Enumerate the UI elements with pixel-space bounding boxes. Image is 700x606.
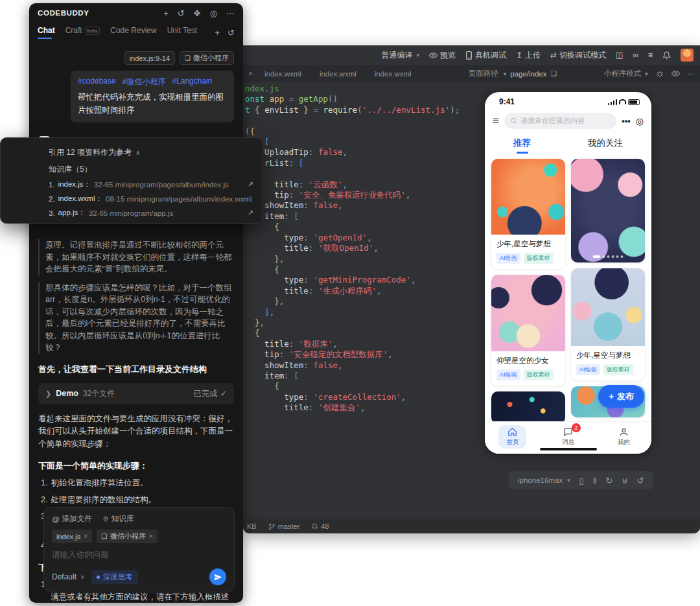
refresh-icon[interactable]: ↻ xyxy=(605,476,612,485)
artwork-card[interactable]: 仰望星空的少女AI绘画版权素材 xyxy=(491,275,565,386)
close-icon[interactable]: × xyxy=(248,69,253,78)
chip-label: index.js xyxy=(56,533,80,541)
add-file-button[interactable]: @ 添加文件 xyxy=(52,514,92,524)
artwork-card[interactable] xyxy=(571,159,645,262)
chevron-down-icon[interactable]: ▾ xyxy=(504,71,507,77)
tab-code-review[interactable]: Code Review xyxy=(110,26,156,39)
paragraph: 看起来这里面的文件与要生成的应用没有冲突：很好，我们可以从头开始创建一个合适的项… xyxy=(38,413,234,451)
code-line: }, xyxy=(245,296,460,307)
artwork-image xyxy=(491,275,565,351)
plus-icon[interactable]: + xyxy=(215,28,220,38)
search-input[interactable]: 请搜索你想要的内容 xyxy=(504,113,616,129)
search-icon xyxy=(510,117,517,124)
link-icon[interactable]: ∞ xyxy=(633,51,638,60)
tabbar-item-person[interactable]: 我的 xyxy=(610,425,638,449)
settings-icon[interactable]: ◎ xyxy=(210,8,217,18)
remove-chip-icon[interactable]: × xyxy=(84,533,88,540)
deep-think-toggle[interactable]: 深度思考 xyxy=(91,570,138,584)
artwork-card[interactable]: 少年,星空与梦想AI绘画版权素材 xyxy=(571,268,645,380)
real-device-debug-button[interactable]: 真机调试 xyxy=(465,50,506,61)
panel-layout-icon[interactable]: ◫ xyxy=(616,51,623,60)
artwork-card[interactable]: 少年,星空与梦想AI绘画版权素材 xyxy=(491,159,565,269)
new-chat-icon[interactable]: + xyxy=(163,8,169,18)
hamburger-icon[interactable]: ≡ xyxy=(493,115,499,128)
preview-button[interactable]: 预览 xyxy=(429,50,456,61)
message-tag[interactable]: #codebase xyxy=(78,76,116,87)
mode-dropdown[interactable]: 小程序模式 ▾ xyxy=(603,69,648,78)
at-icon: @ xyxy=(52,515,60,523)
card-title: 少年,星空与梦想 xyxy=(576,351,640,360)
move-icon[interactable]: ✥ xyxy=(194,8,201,18)
remove-chip-icon[interactable]: × xyxy=(149,533,153,540)
tabbar-item-message[interactable]: 消息2 xyxy=(554,425,582,449)
artwork-card[interactable] xyxy=(491,391,565,424)
demo-folder-row[interactable]: ❯ Demo 32个文件 已完成 ✓ xyxy=(38,383,234,404)
history-icon[interactable]: ↺ xyxy=(228,28,235,38)
message-text: 帮忙把代码补充完成，实现相册里面的图片按照时间排序 xyxy=(78,91,227,117)
feed-tab-inactive[interactable]: 我的关注 xyxy=(588,137,623,154)
citation-item[interactable]: 1.index.js：32-65 miniprogram/pages/album… xyxy=(49,180,253,189)
bell-icon[interactable] xyxy=(662,51,671,60)
tab-unit-test[interactable]: Unit Test xyxy=(167,26,197,39)
citation-file: index.wxml： xyxy=(58,194,102,204)
editor-tab[interactable]: index.wxml xyxy=(366,70,421,78)
user-avatar[interactable] xyxy=(681,49,694,62)
attached-file-chip[interactable]: index.js× xyxy=(52,530,92,543)
upload-icon: ↥ xyxy=(516,51,522,60)
editor-tab[interactable]: index.wxml xyxy=(310,70,366,78)
card-tag: 版权素材 xyxy=(524,369,554,380)
restart-icon[interactable]: ↺ xyxy=(637,476,644,485)
publish-button[interactable]: + 发布 xyxy=(598,385,644,408)
editor-tab[interactable]: index.wxml xyxy=(255,70,310,78)
message-tag[interactable]: #Langchain xyxy=(172,76,212,87)
feed-tab-active[interactable]: 推荐 xyxy=(513,137,531,154)
more-icon[interactable]: ⋯ xyxy=(226,8,235,18)
rotate-device-icon[interactable]: ▯ xyxy=(579,476,584,485)
devtools-toolbar: 普通编译 ▾ 预览 真机调试 ↥ 上传 ⇄ 切换调试模式 ◫ ∞ ≡ xyxy=(243,45,700,65)
context-chip[interactable]: ❏微信小程序 xyxy=(180,51,234,65)
tab-craft[interactable]: Craftbeta xyxy=(65,26,100,39)
pause-icon[interactable]: ‖ xyxy=(593,476,596,485)
more-icon[interactable]: ••• xyxy=(622,116,631,126)
notification-count[interactable]: 48 xyxy=(311,522,329,530)
upload-button[interactable]: ↥ 上传 xyxy=(516,50,541,61)
tab-chat[interactable]: Chat xyxy=(38,26,55,39)
citation-item[interactable]: 2.index.wxml：08-15 miniprogram/pages/alb… xyxy=(49,194,253,204)
code-line: { xyxy=(245,328,460,338)
attached-file-chip[interactable]: ❏微信小程序× xyxy=(97,530,158,543)
citation-item[interactable]: 3.app.js：32-65 miniprogram/app.js↗ xyxy=(49,208,253,218)
file-size: KB xyxy=(247,522,257,530)
model-selector[interactable]: Default ∨ xyxy=(52,572,85,581)
send-button[interactable] xyxy=(209,568,226,585)
citations-header[interactable]: 引用 12 项资料作为参考 ∧ xyxy=(49,147,253,158)
compile-mode-dropdown[interactable]: 普通编译 ▾ xyxy=(381,50,419,61)
knowledge-base-button[interactable]: 知识库 xyxy=(102,514,134,524)
code-line: type: 'getMiniProgramCode', xyxy=(245,275,460,285)
git-branch[interactable]: master xyxy=(268,522,300,530)
bug-icon[interactable] xyxy=(656,70,664,78)
context-chips: index.js:9-14❏微信小程序 xyxy=(38,51,234,65)
carousel-dots xyxy=(593,255,624,258)
switch-debug-mode-button[interactable]: ⇄ 切换调试模式 xyxy=(550,50,606,61)
tabbar-label: 消息 xyxy=(562,438,574,447)
history-icon[interactable]: ↺ xyxy=(178,8,185,18)
copy-icon[interactable]: ❏ xyxy=(551,69,557,78)
card-tag: AI绘画 xyxy=(496,369,520,380)
external-link-icon[interactable]: ↗ xyxy=(248,209,253,217)
code-line: ndex.js xyxy=(245,84,460,94)
tabbar-item-home[interactable]: 首页 xyxy=(498,425,526,449)
message-tag[interactable]: #微信小程序 xyxy=(122,76,166,87)
steps-heading: 下面是一个简单的实现步骤： xyxy=(38,460,234,472)
eye-icon[interactable] xyxy=(671,69,680,78)
chat-input[interactable]: 请输入你的问题 xyxy=(52,550,226,561)
external-link-icon[interactable]: ↗ xyxy=(248,180,253,189)
code-line: title: '创建集合', xyxy=(245,402,460,413)
context-chip[interactable]: index.js:9-14 xyxy=(124,51,175,65)
page-path-value: page/index xyxy=(510,70,546,78)
device-dropdown[interactable]: iphone16max ▾ xyxy=(518,476,570,484)
more-icon[interactable]: ⋯ xyxy=(688,69,695,78)
menu-icon[interactable]: ≡ xyxy=(648,51,653,60)
capsule-target-icon[interactable]: ◎ xyxy=(636,116,644,126)
clear-cache-icon[interactable]: ⊎ xyxy=(622,476,628,485)
phone-status-bar: 9:41 xyxy=(485,92,651,106)
